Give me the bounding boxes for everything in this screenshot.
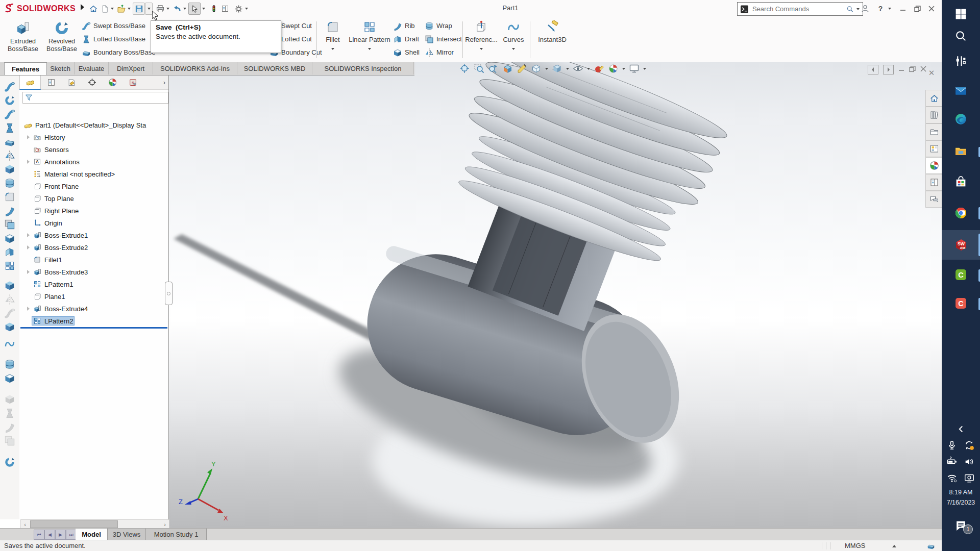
sync-status-icon[interactable] [950,440,980,451]
appearance-states-icon[interactable] [208,3,219,14]
view-settings-dropdown-arrow[interactable] [643,68,646,70]
panel-splitter-handle[interactable] [165,282,173,305]
feature-toolbar-icon[interactable] [4,164,15,175]
feature-toolbar-icon[interactable] [4,372,15,384]
edge-icon[interactable] [942,113,980,126]
file-explorer-icon[interactable] [942,145,980,158]
select-tool-icon[interactable] [188,3,201,15]
units-dropdown-arrow[interactable] [892,545,896,547]
custom-properties-tab[interactable] [925,174,942,191]
instant3d-button[interactable]: Instant3D [533,20,572,43]
expand-arrow-icon[interactable] [24,135,32,139]
tab-3d-views[interactable]: 3D Views [108,529,146,540]
open-dropdown-arrow[interactable] [128,8,131,10]
reference-dropdown-arrow[interactable] [480,48,483,50]
camtasia-icon[interactable] [942,268,980,281]
scroll-right-arrow-icon[interactable]: › [161,520,169,528]
configuration-manager-tab[interactable] [61,76,82,89]
home-icon[interactable] [88,3,99,14]
clock-time[interactable]: 8:19 AM [942,489,980,496]
chrome-icon[interactable] [942,207,980,219]
hide-show-items-icon[interactable] [573,63,583,74]
feature-toolbar-icon[interactable] [4,338,15,349]
task-pane-home-tab[interactable] [925,90,942,107]
solidworks-2018-icon[interactable] [942,238,980,252]
wrap-button[interactable]: Wrap [425,20,462,31]
previous-tab-icon[interactable]: ◀ [44,530,55,540]
search-input[interactable] [751,5,843,13]
notifications-icon[interactable]: 1 [942,519,980,532]
feature-toolbar-icon[interactable] [4,136,15,147]
select-dropdown-arrow[interactable] [202,8,205,10]
dimxpert-manager-tab[interactable] [82,76,102,89]
document-restore-icon[interactable] [909,66,916,74]
intersect-button[interactable]: Intersect [425,34,462,44]
new-document-icon[interactable] [99,3,110,14]
revolved-boss-base-button[interactable]: RevolvedBoss/Base [43,20,81,53]
tree-item-material[interactable]: Material <not specified> [24,168,116,180]
design-library-tab[interactable] [925,107,942,123]
wireless-display-icon[interactable] [950,472,980,484]
lofted-boss-base-button[interactable]: Lofted Boss/Base [82,34,155,44]
undo-icon[interactable] [172,3,183,14]
speaker-icon[interactable] [950,456,980,467]
edit-appearance-icon[interactable] [594,63,604,74]
expand-arrow-icon[interactable] [24,307,32,311]
open-icon[interactable] [116,3,127,14]
annotation-visibility-icon[interactable] [517,63,527,74]
quick-tips-icon[interactable] [927,542,935,551]
tree-item-sensors[interactable]: Sensors [24,143,70,156]
tree-item-boss-extrude2[interactable]: Boss-Extrude2 [24,241,89,254]
curves-button[interactable]: Curves [500,20,527,52]
tree-item-history[interactable]: History [24,131,66,143]
rib-button[interactable]: Rib [393,20,420,31]
feature-toolbar-icon[interactable] [4,205,15,216]
previous-document-icon[interactable] [868,65,878,74]
tree-item-right-plane[interactable]: Right Plane [24,205,80,217]
new-dropdown-arrow[interactable] [111,8,114,10]
panel-expand-chevron-icon[interactable]: › [163,79,165,86]
graphics-viewport[interactable]: Y X Z [168,62,942,528]
task-pane-close-icon[interactable]: ✕ [926,68,937,78]
feature-toolbar-icon[interactable] [4,359,15,370]
properties-icon[interactable] [219,3,231,14]
feature-toolbar-icon[interactable] [4,219,15,230]
undo-dropdown-arrow[interactable] [183,8,186,10]
red-c-app-icon[interactable] [942,297,980,310]
solidworks-forum-tab[interactable] [925,191,942,208]
tree-item-fillet1[interactable]: Fillet1 [24,254,64,266]
apply-scene-dropdown-arrow[interactable] [622,68,625,70]
print-dropdown-arrow[interactable] [166,8,169,10]
feature-toolbar-icon[interactable] [4,260,15,271]
feature-toolbar-icon[interactable] [4,81,15,92]
view-palette-tab[interactable] [925,140,942,157]
tab-evaluate[interactable]: Evaluate [75,62,109,74]
units-selector[interactable]: MMGS [845,542,865,549]
tree-item-lpattern2-selected[interactable]: LPattern2 [24,315,75,327]
tree-item-annotations[interactable]: Annotations [24,156,81,168]
scroll-left-arrow-icon[interactable]: ‹ [21,520,29,528]
expand-arrow-icon[interactable] [24,270,32,274]
tab-solidworks-mbd[interactable]: SOLIDWORKS MBD [237,62,312,74]
curves-dropdown-arrow[interactable] [512,48,515,50]
feature-toolbar-icon[interactable] [4,95,15,106]
feature-toolbar-icon[interactable] [4,280,15,291]
feature-toolbar-icon[interactable] [4,109,15,120]
fillet-dropdown-arrow[interactable] [331,48,334,50]
shell-button[interactable]: Shell [393,47,420,58]
tree-item-boss-extrude3[interactable]: Boss-Extrude3 [24,266,89,278]
search-icon[interactable] [846,5,853,13]
next-document-icon[interactable] [883,65,894,74]
user-account-icon[interactable] [860,3,871,14]
hidden-icons-chevron[interactable] [942,423,980,435]
toolbar-flyout-arrow-icon[interactable] [81,4,84,10]
tree-item-origin[interactable]: Origin [24,217,64,229]
expand-arrow-icon[interactable] [24,160,32,164]
reference-geometry-button[interactable]: Referenc... [464,20,498,52]
view-settings-icon[interactable] [629,63,640,74]
tree-item-boss-extrude1[interactable]: Boss-Extrude1 [24,229,89,241]
rollback-bar[interactable] [20,327,167,329]
tree-item-lpattern1[interactable]: LPattern1 [24,278,75,290]
taskbar-search-icon[interactable] [942,30,980,42]
search-commands-box[interactable] [737,2,863,16]
